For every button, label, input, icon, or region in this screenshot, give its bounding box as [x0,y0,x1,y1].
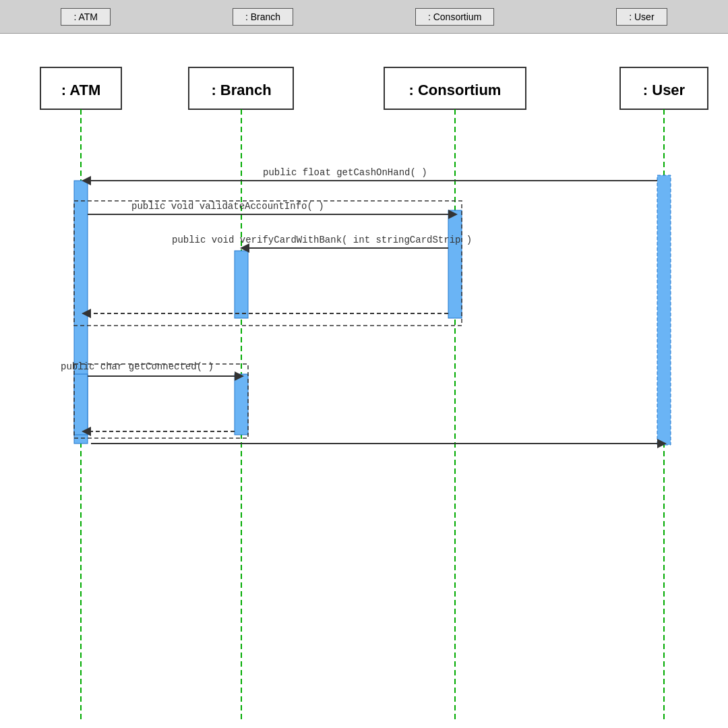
title-bar: : ATM : Branch : Consortium : User [0,0,728,34]
svg-rect-18 [74,201,462,326]
svg-rect-13 [74,374,88,435]
svg-text:: Branch: : Branch [211,82,271,98]
svg-text:: ATM: : ATM [61,82,101,98]
svg-rect-19 [74,364,248,438]
svg-rect-16 [448,210,462,318]
svg-text:: Consortium: : Consortium [409,82,502,98]
title-user: : User [616,8,667,26]
svg-rect-17 [657,175,671,445]
svg-rect-14 [235,251,248,318]
title-consortium: : Consortium [415,8,494,26]
svg-text:: User: : User [643,82,686,98]
svg-text:public void  verifyCardWithBan: public void verifyCardWithBank( int stri… [172,235,472,245]
svg-text:public char  getConnected( ): public char getConnected( ) [61,361,214,372]
sequence-diagram: : ATM : Branch : Consortium : User [0,34,728,728]
svg-text:public void  validateAccountIn: public void validateAccountInfo( ) [131,201,324,212]
svg-rect-15 [235,374,248,435]
title-atm: : ATM [61,8,111,26]
svg-text:public float  getCashOnHand( ): public float getCashOnHand( ) [263,167,427,178]
title-branch: : Branch [233,8,293,26]
